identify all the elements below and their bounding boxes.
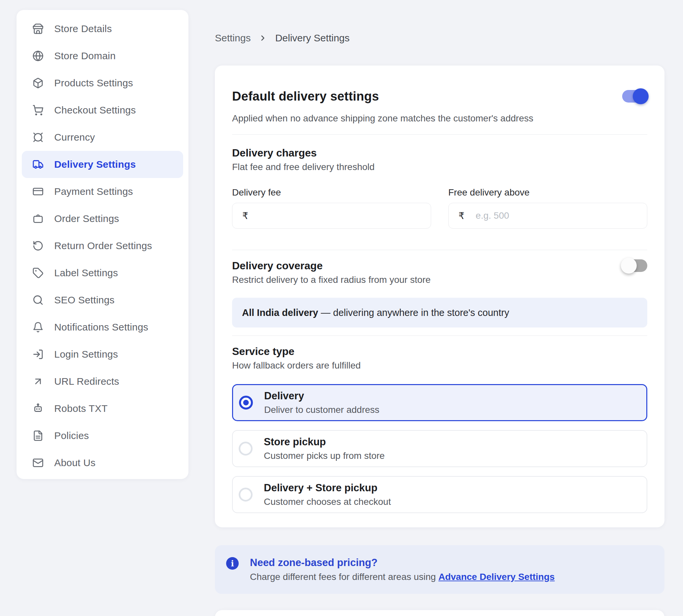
toggle-knob: [621, 258, 637, 273]
delivery-coverage-subheading: Restrict delivery to a fixed radius from…: [232, 274, 647, 286]
sidebar-item-label: URL Redirects: [54, 376, 119, 387]
all-india-delivery-info: All India delivery — delivering anywhere…: [232, 298, 647, 328]
option-description: Customer chooses at checkout: [264, 495, 391, 508]
divider: [232, 250, 647, 250]
store-icon: [32, 23, 44, 35]
service-type-heading: Service type: [232, 345, 647, 358]
toggle-knob: [633, 88, 648, 104]
shopping-cart-icon: [32, 105, 44, 116]
sidebar-item-products-settings[interactable]: Products Settings: [22, 69, 183, 96]
file-text-icon: [32, 430, 44, 441]
package-icon: [32, 78, 44, 89]
delivery-charges-heading: Delivery charges: [232, 146, 647, 160]
sidebar-item-label-settings[interactable]: Label Settings: [22, 259, 183, 286]
info-bold-text: All India delivery: [242, 307, 318, 318]
bell-icon: [32, 322, 44, 333]
sidebar-item-label: Robots TXT: [54, 403, 108, 414]
default-delivery-settings-card: Default delivery settings Applied when n…: [215, 66, 664, 527]
option-description: Customer picks up from store: [264, 449, 385, 462]
rupee-prefix: ₹: [242, 211, 248, 221]
info-rest-text: — delivering anywhere in the store's cou…: [321, 307, 509, 318]
sidebar-item-label: Policies: [54, 430, 89, 441]
bag-icon: [32, 213, 44, 224]
service-option-delivery[interactable]: Delivery Deliver to customer address: [232, 384, 647, 421]
delivery-coverage-heading: Delivery coverage: [232, 259, 323, 272]
info-icon: i: [226, 557, 239, 570]
sidebar-item-checkout-settings[interactable]: Checkout Settings: [22, 96, 183, 124]
radio-selected-icon[interactable]: [239, 396, 253, 410]
sidebar-item-return-order-settings[interactable]: Return Order Settings: [22, 232, 183, 259]
breadcrumb: Settings Delivery Settings: [215, 32, 664, 44]
log-in-icon: [32, 349, 44, 360]
sidebar-item-login-settings[interactable]: Login Settings: [22, 341, 183, 368]
delivery-fee-label: Delivery fee: [232, 187, 431, 198]
sidebar-item-label: Notifications Settings: [54, 322, 149, 333]
search-icon: [32, 294, 44, 306]
sidebar-item-label: About Us: [54, 457, 95, 468]
service-option-store-pickup[interactable]: Store pickup Customer picks up from stor…: [232, 430, 647, 467]
sidebar-item-notifications-settings[interactable]: Notifications Settings: [22, 314, 183, 341]
sidebar-item-currency[interactable]: Currency: [22, 124, 183, 151]
breadcrumb-current-page: Delivery Settings: [275, 32, 349, 44]
option-title: Store pickup: [264, 435, 385, 449]
delivery-settings-page: { "breadcrumb": { "parent": "Settings", …: [0, 0, 683, 616]
banner-desc-text: Charge different fees for different area…: [250, 572, 438, 582]
delivery-fee-input[interactable]: ₹: [232, 203, 431, 228]
sidebar-item-delivery-settings[interactable]: Delivery Settings: [22, 151, 183, 178]
banner-title: Need zone-based pricing?: [250, 556, 555, 569]
sidebar-item-label: Delivery Settings: [54, 159, 136, 170]
chevron-right-icon: [258, 34, 267, 42]
credit-card-icon: [32, 186, 44, 197]
service-type-subheading: How fallback orders are fulfilled: [232, 359, 647, 372]
sidebar-item-url-redirects[interactable]: URL Redirects: [22, 368, 183, 395]
advance-delivery-settings-link[interactable]: Advance Delivery Settings: [438, 572, 555, 582]
sidebar-item-order-settings[interactable]: Order Settings: [22, 205, 183, 232]
sidebar-item-label: SEO Settings: [54, 294, 115, 306]
sidebar-item-label: Store Domain: [54, 50, 116, 62]
sidebar-item-label: Products Settings: [54, 78, 133, 89]
radio-unselected-icon[interactable]: [239, 442, 253, 456]
option-title: Delivery: [264, 389, 380, 403]
sidebar-item-robots-txt[interactable]: Robots TXT: [22, 395, 183, 422]
free-delivery-above-label: Free delivery above: [448, 187, 647, 198]
main-content: Settings Delivery Settings Default deliv…: [215, 0, 664, 616]
default-delivery-toggle[interactable]: [622, 90, 647, 103]
sidebar-item-seo-settings[interactable]: SEO Settings: [22, 286, 183, 314]
sidebar-item-label: Login Settings: [54, 349, 118, 360]
sidebar-item-policies[interactable]: Policies: [22, 422, 183, 449]
card-title: Default delivery settings: [232, 89, 379, 104]
sidebar-item-payment-settings[interactable]: Payment Settings: [22, 178, 183, 205]
sidebar-item-about-us[interactable]: About Us: [22, 449, 183, 477]
free-delivery-above-input[interactable]: ₹ e.g. 500: [448, 203, 647, 228]
radio-unselected-icon[interactable]: [239, 488, 253, 502]
sidebar-item-label: Return Order Settings: [54, 240, 152, 251]
option-description: Deliver to customer address: [264, 403, 380, 417]
card-subtitle: Applied when no advance shipping zone ma…: [232, 112, 647, 125]
sidebar-item-label: Order Settings: [54, 213, 119, 224]
tag-icon: [32, 267, 44, 279]
delivery-fee-field: Delivery fee ₹: [232, 187, 431, 228]
sidebar-item-store-domain[interactable]: Store Domain: [22, 42, 183, 69]
free-delivery-above-field: Free delivery above ₹ e.g. 500: [448, 187, 647, 228]
bot-icon: [32, 403, 44, 414]
breadcrumb-settings-link[interactable]: Settings: [215, 32, 251, 44]
mail-icon: [32, 457, 44, 468]
currency-icon: [32, 132, 44, 143]
option-title: Delivery + Store pickup: [264, 481, 391, 495]
rupee-prefix: ₹: [458, 211, 464, 221]
banner-description: Charge different fees for different area…: [250, 571, 555, 583]
arrow-up-right-icon: [32, 376, 44, 387]
zone-pricing-banner: i Need zone-based pricing? Charge differ…: [215, 545, 664, 594]
delivery-coverage-toggle[interactable]: [622, 259, 647, 272]
globe-icon: [32, 50, 44, 62]
sidebar-item-store-details[interactable]: Store Details: [22, 15, 183, 42]
settings-sidebar: Store Details Store Domain Products Sett…: [17, 10, 188, 479]
sidebar-item-label: Label Settings: [54, 267, 118, 279]
next-card-partial: [215, 610, 664, 616]
truck-icon: [32, 159, 44, 170]
sidebar-item-label: Payment Settings: [54, 186, 133, 197]
divider: [232, 134, 647, 135]
service-option-delivery-plus-pickup[interactable]: Delivery + Store pickup Customer chooses…: [232, 476, 647, 513]
divider: [232, 335, 647, 336]
sidebar-item-label: Checkout Settings: [54, 105, 136, 116]
